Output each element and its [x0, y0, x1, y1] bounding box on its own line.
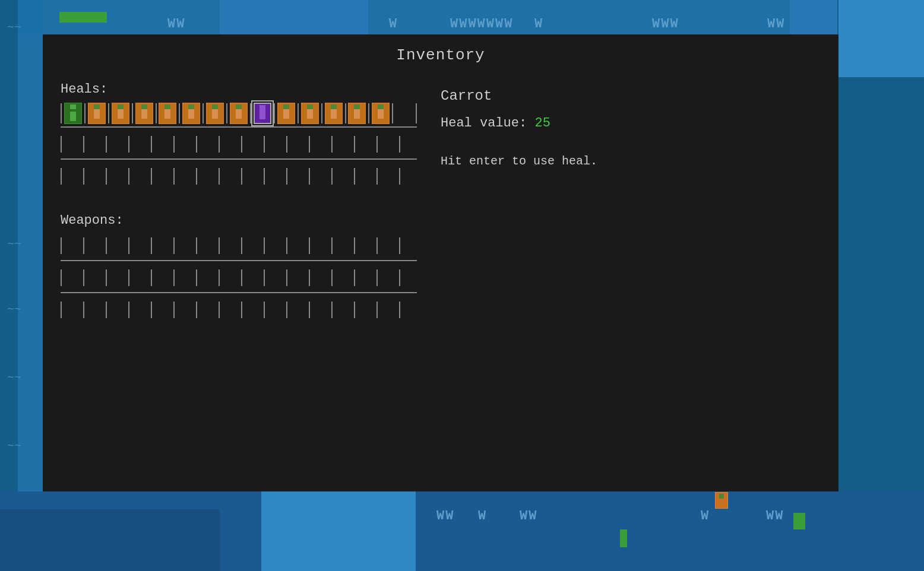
heal-slot-14[interactable]: [394, 101, 414, 125]
t: [264, 237, 265, 254]
t: [128, 302, 129, 318]
t: [219, 168, 220, 185]
right-panel: Carrot Heal value: 25 Hit enter to use h…: [441, 82, 821, 323]
t: [61, 302, 62, 318]
heals-empty-row-2: [61, 163, 417, 189]
t: [128, 136, 129, 153]
heal-slot-6[interactable]: [205, 101, 225, 125]
t: [399, 237, 400, 254]
t: [151, 302, 152, 318]
t: [151, 136, 152, 153]
t: [219, 136, 220, 153]
heal-slot-11[interactable]: [324, 101, 344, 125]
t: [309, 237, 310, 254]
divider: [108, 103, 109, 123]
t: [61, 168, 62, 185]
t: [241, 168, 242, 185]
t: [399, 168, 400, 185]
t: [106, 269, 107, 286]
t: [151, 237, 152, 254]
heal-slot-8[interactable]: [252, 101, 273, 125]
bg-label-ww-b1: WW: [436, 509, 454, 524]
t: [354, 168, 355, 185]
t: [196, 302, 197, 318]
t: [241, 237, 242, 254]
stat-value: 25: [534, 116, 550, 131]
t: [354, 136, 355, 153]
weapons-row-3: [61, 297, 417, 323]
heal-slot-7[interactable]: [229, 101, 249, 125]
t: [196, 168, 197, 185]
t: [286, 168, 287, 185]
bg-label-ww-b3: WW: [766, 509, 784, 524]
t: [354, 237, 355, 254]
item-action-text: Hit enter to use heal.: [441, 154, 821, 168]
bg-label-w-b2: W: [701, 509, 710, 524]
heal-slot-13[interactable]: [371, 101, 391, 125]
t: [61, 269, 62, 286]
divider: [392, 103, 393, 123]
t: [173, 269, 175, 286]
heal-slot-5[interactable]: [181, 101, 201, 125]
divider: [156, 103, 157, 123]
heal-slot-2[interactable]: [110, 101, 131, 125]
t: [219, 269, 220, 286]
bg-label-w-b1: W: [478, 509, 487, 524]
t: [376, 168, 378, 185]
t: [173, 168, 175, 185]
t: [376, 237, 378, 254]
item-stat: Heal value: 25: [441, 116, 821, 131]
tilde-5: ~~: [7, 439, 21, 453]
divider: [226, 103, 227, 123]
t: [106, 302, 107, 318]
divider: [274, 103, 275, 123]
t: [173, 136, 175, 153]
heal-slot-10[interactable]: [300, 101, 320, 125]
t: [354, 302, 355, 318]
platform-1: [59, 12, 107, 23]
t: [286, 136, 287, 153]
bg-label-ww-b2: WW: [520, 509, 537, 524]
divider: [416, 103, 417, 123]
t: [399, 269, 400, 286]
heal-slot-1[interactable]: [87, 101, 107, 125]
t: [241, 136, 242, 153]
t: [331, 237, 333, 254]
heal-slot-0[interactable]: [63, 101, 83, 125]
weapons-divider-2: [61, 292, 417, 293]
heal-slot-12[interactable]: [347, 101, 368, 125]
t: [286, 269, 287, 286]
bg-label-ww1: WW: [167, 17, 185, 31]
selected-item-name: Carrot: [441, 88, 821, 104]
tilde-4: ~~: [7, 371, 21, 385]
divider: [345, 103, 346, 123]
bg-label-www: WWW: [652, 17, 679, 31]
divider: [202, 103, 204, 123]
t: [173, 302, 175, 318]
t: [219, 302, 220, 318]
platform-2: [793, 513, 805, 529]
t: [331, 302, 333, 318]
heals-label: Heals:: [61, 82, 417, 97]
t: [399, 136, 400, 153]
heals-divider-2: [61, 158, 417, 160]
left-panel: Heals:: [61, 82, 417, 323]
t: [376, 136, 378, 153]
heal-slot-3[interactable]: [134, 101, 154, 125]
t: [331, 168, 333, 185]
t: [264, 302, 265, 318]
t: [196, 269, 197, 286]
divider: [61, 103, 62, 123]
heals-divider-1: [61, 126, 417, 128]
heal-slot-4[interactable]: [158, 101, 178, 125]
t: [173, 237, 175, 254]
inventory-title: Inventory: [61, 46, 821, 64]
t: [151, 269, 152, 286]
divider: [368, 103, 369, 123]
t: [376, 269, 378, 286]
bg-label-w1: W: [389, 17, 398, 31]
t: [331, 136, 333, 153]
divider: [298, 103, 299, 123]
t: [309, 269, 310, 286]
heal-slot-9[interactable]: [276, 101, 296, 125]
